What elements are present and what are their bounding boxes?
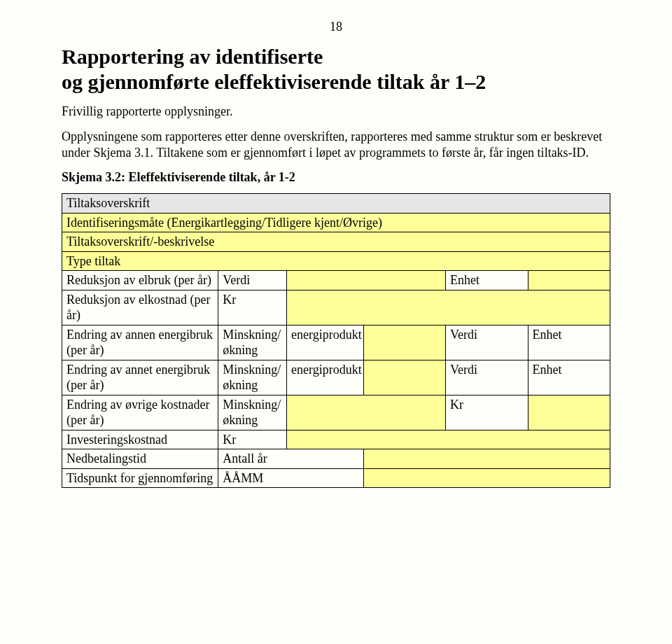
row-investering: Investeringskostnad Kr — [62, 430, 610, 449]
cell-kr-3: Kr — [218, 430, 287, 449]
cell-type-tiltak: Type tiltak — [62, 251, 610, 271]
skjema-title: Skjema 3.2: Eleffektiviserende tiltak, å… — [62, 170, 610, 185]
row-type-tiltak: Type tiltak — [62, 251, 610, 271]
paragraph-1: Opplysningene som rapporteres etter denn… — [62, 129, 610, 160]
row-reduksjon-elbruk: Reduksjon av elbruk (per år) Verdi Enhet — [62, 271, 610, 290]
cell-verdi-label: Verdi — [218, 271, 287, 290]
cell-minskning-2: Minskning/ økning — [218, 360, 287, 395]
row-tidspunkt: Tidspunkt for gjennomføring ÅÅMM — [62, 468, 610, 488]
cell-investering-label: Investeringskostnad — [62, 430, 218, 449]
cell-energiprodukt-2: energiprodukt — [287, 360, 364, 395]
cell-nedbetaling-value — [363, 449, 610, 469]
cell-reduksjon-elkost-value — [287, 290, 610, 325]
cell-energiprodukt-1: energiprodukt — [287, 325, 364, 360]
cell-identifisering: Identifiseringsmåte (Energikartlegging/T… — [62, 213, 610, 232]
heading-line-2: og gjennomførte eleffektiviserende tilta… — [62, 70, 486, 93]
heading-line-1: Rapportering av identifiserte — [62, 45, 323, 68]
subtitle: Frivillig rapporterte opplysninger. — [62, 104, 610, 119]
row-endring-annet: Endring av annet energibruk (per år) Min… — [62, 360, 610, 395]
cell-antall-ar: Antall år — [218, 449, 363, 469]
row-nedbetaling: Nedbetalingstid Antall år — [62, 449, 610, 469]
cell-minskning-3: Minskning/ økning — [218, 395, 287, 430]
cell-endring-ovrige-kr — [528, 395, 610, 430]
row-endring-ovrige: Endring av øvrige kostnader (per år) Min… — [62, 395, 610, 430]
cell-enhet-1: Enhet — [528, 325, 610, 360]
row-tiltaksoverskrift: Tiltaksoverskrift — [62, 194, 610, 214]
cell-endring-annen-label: Endring av annen energibruk (per år) — [62, 325, 218, 360]
cell-endring-annen-prod — [363, 325, 445, 360]
cell-endring-annet-label: Endring av annet energibruk (per år) — [62, 360, 218, 395]
row-tiltaksbeskrivelse: Tiltaksoverskrift/-beskrivelse — [62, 232, 610, 252]
cell-investering-value — [287, 430, 610, 449]
cell-endring-ovrige-label: Endring av øvrige kostnader (per år) — [62, 395, 218, 430]
cell-reduksjon-elbruk-label: Reduksjon av elbruk (per år) — [62, 271, 218, 290]
heading: Rapportering av identifiserte og gjennom… — [62, 44, 610, 94]
cell-endring-annet-prod — [363, 360, 445, 395]
cell-reduksjon-elbruk-value — [287, 271, 446, 290]
cell-tiltaksbeskrivelse: Tiltaksoverskrift/-beskrivelse — [62, 232, 610, 252]
cell-verdi-1: Verdi — [446, 325, 528, 360]
cell-reduksjon-elbruk-enhet — [528, 271, 610, 290]
cell-tidspunkt-label: Tidspunkt for gjennomføring — [62, 468, 218, 488]
row-identifisering: Identifiseringsmåte (Energikartlegging/T… — [62, 213, 610, 232]
row-endring-annen: Endring av annen energibruk (per år) Min… — [62, 325, 610, 360]
cell-reduksjon-elkost-label: Reduksjon av elkostnad (per år) — [62, 290, 218, 325]
cell-minskning-1: Minskning/ økning — [218, 325, 287, 360]
cell-endring-ovrige-value — [287, 395, 446, 430]
row-reduksjon-elkostnad: Reduksjon av elkostnad (per år) Kr — [62, 290, 610, 325]
cell-tidspunkt-value — [363, 468, 610, 488]
cell-kr-label: Kr — [218, 290, 287, 325]
cell-verdi-2: Verdi — [446, 360, 528, 395]
cell-kr-2: Kr — [446, 395, 528, 430]
page-number: 18 — [62, 20, 610, 34]
cell-nedbetaling-label: Nedbetalingstid — [62, 449, 218, 469]
cell-enhet-label: Enhet — [446, 271, 528, 290]
tiltak-table: Tiltaksoverskrift Identifiseringsmåte (E… — [62, 193, 610, 488]
cell-aamm: ÅÅMM — [218, 468, 363, 488]
cell-enhet-2: Enhet — [528, 360, 610, 395]
cell-tiltaksoverskrift: Tiltaksoverskrift — [62, 194, 610, 214]
